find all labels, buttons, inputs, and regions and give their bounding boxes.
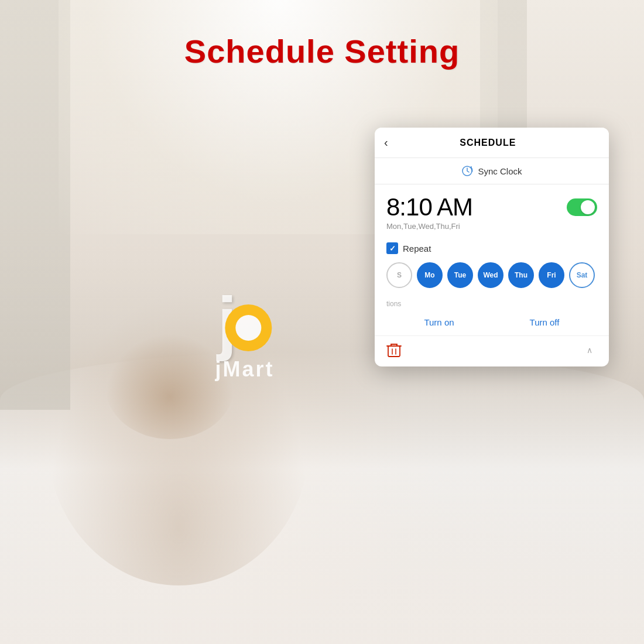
sync-clock-row[interactable]: Sync Clock	[375, 158, 609, 184]
sync-clock-label: Sync Clock	[478, 166, 522, 176]
day-btn-wed[interactable]: Wed	[478, 262, 503, 288]
day-btn-tue-label: Tue	[454, 271, 466, 279]
day-btn-thu[interactable]: Thu	[508, 262, 534, 288]
day-btn-thu-label: Thu	[515, 271, 527, 279]
day-btn-sat-label: Sat	[577, 271, 588, 279]
actions-section: tions Turn on Turn off	[375, 295, 609, 335]
day-btn-sat[interactable]: Sat	[569, 262, 595, 288]
actions-label: tions	[386, 300, 597, 308]
card-header: ‹ SCHEDULE	[375, 128, 609, 158]
repeat-checkbox[interactable]: ✓	[386, 242, 398, 254]
sync-clock-icon	[461, 165, 473, 177]
jmart-circle-icon	[225, 304, 272, 351]
card-footer: ∧	[375, 335, 609, 366]
day-buttons-row: S Mo Tue Wed Thu Fri Sat	[386, 262, 597, 288]
delete-icon[interactable]	[386, 342, 402, 358]
schedule-toggle[interactable]	[567, 198, 597, 216]
time-left: 8:10 AM Mon,Tue,Wed,Thu,Fri	[386, 195, 472, 231]
schedule-card: ‹ SCHEDULE Sync Clock 8:10 AM Mon,Tue,We…	[375, 128, 609, 366]
jmart-logo: j	[217, 287, 272, 357]
day-btn-tue[interactable]: Tue	[447, 262, 473, 288]
day-btn-fri-label: Fri	[547, 271, 556, 279]
svg-rect-1	[388, 346, 400, 357]
card-title: SCHEDULE	[388, 138, 588, 148]
collapse-button[interactable]: ∧	[582, 342, 597, 358]
title-area: Schedule Setting	[0, 32, 644, 70]
day-btn-mon-label: Mo	[424, 271, 434, 279]
repeat-row: ✓ Repeat	[386, 242, 597, 254]
turn-on-button[interactable]: Turn on	[386, 313, 492, 332]
action-buttons-row: Turn on Turn off	[386, 313, 597, 332]
day-btn-wed-label: Wed	[483, 271, 498, 279]
hair-hint	[105, 334, 234, 439]
checkbox-check-icon: ✓	[389, 245, 396, 252]
day-btn-mon[interactable]: Mo	[417, 262, 443, 288]
day-btn-fri[interactable]: Fri	[539, 262, 564, 288]
time-section: 8:10 AM Mon,Tue,Wed,Thu,Fri	[375, 184, 609, 238]
page-title: Schedule Setting	[0, 32, 644, 70]
jmart-brand-text: jMart	[215, 357, 274, 382]
back-button[interactable]: ‹	[384, 136, 388, 149]
days-active: Mon,Tue,Wed,Thu,Fri	[386, 222, 472, 231]
day-btn-sun[interactable]: S	[386, 262, 412, 288]
repeat-label: Repeat	[403, 244, 431, 254]
time-display[interactable]: 8:10 AM	[386, 195, 472, 220]
day-btn-sun-label: S	[397, 271, 402, 279]
repeat-section: ✓ Repeat S Mo Tue Wed Thu Fri	[375, 238, 609, 295]
turn-off-button[interactable]: Turn off	[492, 313, 597, 332]
